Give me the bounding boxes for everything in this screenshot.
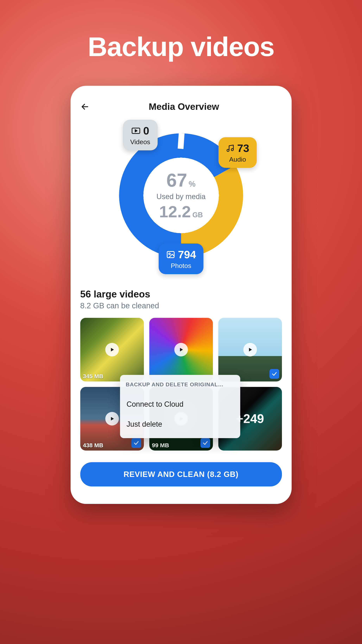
donut-percent: 67 % [166,170,195,191]
badge-photos[interactable]: 794 Photos [159,244,203,274]
section-subtitle: 8.2 GB can be cleaned [80,301,282,310]
thumb-size: 99 MB [149,440,172,450]
phone-frame: Media Overview 67 % Used by media 12.2 G… [71,86,292,504]
context-menu: BACKUP AND DELETE ORIGINAL… Connect to C… [120,375,240,438]
svg-marker-2 [135,130,137,132]
play-icon [105,412,119,426]
donut-percent-value: 67 [166,170,187,191]
thumb-size: 438 MB [80,440,106,450]
svg-marker-7 [111,348,114,352]
svg-marker-8 [180,348,183,352]
promo-title: Backup videos [88,31,274,62]
svg-point-4 [231,148,233,150]
donut-size-unit: GB [192,211,203,219]
video-thumb[interactable] [149,318,213,382]
badge-videos-label: Videos [130,138,150,146]
badge-videos-count: 0 [143,124,149,137]
play-icon [243,343,257,356]
checkbox-checked[interactable] [270,369,279,379]
photo-icon [166,250,175,259]
thumb-size: 345 MB [80,371,106,382]
page-title: Media Overview [86,101,282,112]
svg-marker-9 [249,348,252,352]
video-icon [131,126,141,136]
svg-point-6 [169,253,170,254]
play-icon [174,343,188,356]
checkbox-checked[interactable] [200,438,210,448]
music-note-icon [226,144,234,152]
badge-photos-label: Photos [171,262,191,270]
donut-size-value: 12.2 [159,202,191,221]
donut-size: 12.2 GB [159,202,203,221]
badge-audio-count: 73 [237,142,249,154]
play-icon [105,343,119,356]
context-menu-title: BACKUP AND DELETE ORIGINAL… [126,382,234,388]
media-donut-chart: 67 % Used by media 12.2 GB 0 Videos 73 A… [111,126,251,265]
app-header: Media Overview [80,101,282,112]
svg-marker-10 [111,417,114,421]
badge-photos-count: 794 [178,248,196,261]
menu-item-connect-cloud[interactable]: Connect to Cloud [126,394,234,414]
section-title: 56 large videos [80,288,282,300]
svg-point-3 [227,149,229,151]
video-thumb[interactable]: 345 MB [80,318,144,382]
badge-videos[interactable]: 0 Videos [123,120,158,150]
badge-audio[interactable]: 73 Audio [219,137,257,168]
review-and-clean-button[interactable]: REVIEW AND CLEAN (8.2 GB) [80,462,282,486]
donut-label: Used by media [156,192,206,201]
donut-percent-symbol: % [189,180,196,188]
video-thumb[interactable] [218,318,282,382]
badge-audio-label: Audio [229,156,246,163]
menu-item-just-delete[interactable]: Just delete [126,414,234,434]
checkbox-checked[interactable] [131,438,141,448]
